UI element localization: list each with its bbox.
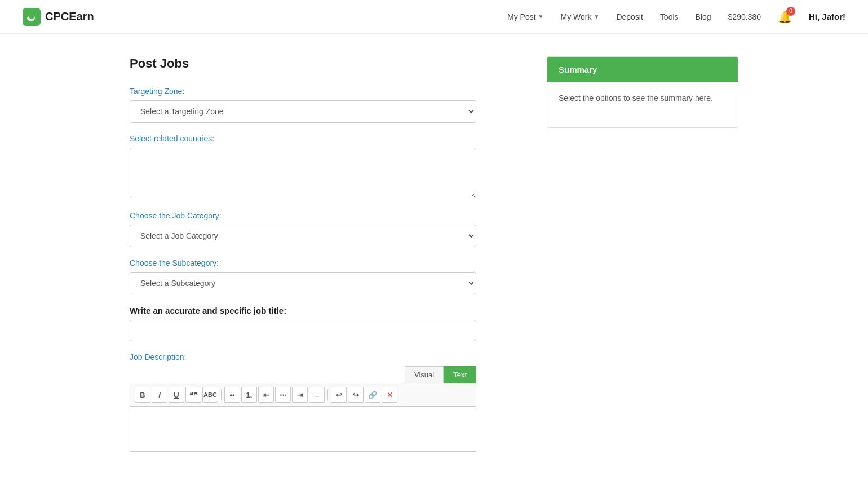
- nav-my-post[interactable]: My Post ▼: [507, 12, 543, 21]
- targeting-zone-select[interactable]: Select a Targeting Zone: [130, 100, 476, 123]
- targeting-zone-label: Targeting Zone:: [130, 87, 524, 96]
- job-title-label: Write an accurate and specific job title…: [130, 306, 524, 315]
- summary-body: Select the options to see the summary he…: [547, 82, 738, 127]
- my-post-chevron-icon: ▼: [538, 14, 544, 20]
- subcategory-label: Choose the Subcategory:: [130, 258, 524, 267]
- toolbar-ul[interactable]: ••: [224, 387, 240, 403]
- editor-toolbar: B I U ❝❞ ABC •• 1. ⇤ ⋯ ⇥ ≡ ↩ ↪ 🔗 ✕: [130, 383, 476, 407]
- subcategory-select[interactable]: Select a Subcategory: [130, 272, 476, 294]
- nav-my-post-label: My Post: [507, 12, 536, 21]
- editor-content[interactable]: [130, 407, 476, 452]
- logo[interactable]: CPCEarn: [23, 8, 94, 26]
- nav-my-work-label: My Work: [561, 12, 592, 21]
- toolbar-clear[interactable]: ✕: [382, 387, 397, 403]
- notification-bell[interactable]: 🔔 0: [778, 10, 792, 24]
- header: CPCEarn My Post ▼ My Work ▼ Deposit Tool…: [0, 0, 868, 34]
- toolbar-align-left[interactable]: ⇤: [258, 387, 274, 403]
- summary-header: Summary: [547, 57, 738, 82]
- tab-visual[interactable]: Visual: [405, 366, 444, 383]
- toolbar-bold[interactable]: B: [135, 387, 150, 403]
- toolbar-ol[interactable]: 1.: [241, 387, 257, 403]
- targeting-zone-group: Targeting Zone: Select a Targeting Zone: [130, 87, 524, 123]
- toolbar-separator-1: [221, 389, 222, 400]
- job-title-input[interactable]: [130, 320, 476, 341]
- toolbar-quote[interactable]: ❝❞: [185, 387, 201, 403]
- nav-tools[interactable]: Tools: [660, 12, 679, 21]
- toolbar-underline[interactable]: U: [169, 387, 184, 403]
- toolbar-redo[interactable]: ↪: [348, 387, 364, 403]
- toolbar-undo[interactable]: ↩: [331, 387, 347, 403]
- toolbar-align-center[interactable]: ⋯: [275, 387, 291, 403]
- toolbar-link[interactable]: 🔗: [365, 387, 380, 403]
- nav-my-work[interactable]: My Work ▼: [561, 12, 600, 21]
- main-nav: My Post ▼ My Work ▼ Deposit Tools Blog $…: [507, 10, 845, 24]
- job-category-select[interactable]: Select a Job Category: [130, 225, 476, 247]
- nav-deposit[interactable]: Deposit: [616, 12, 643, 21]
- job-category-label: Choose the Job Category:: [130, 211, 524, 220]
- job-description-group: Job Description: Visual Text B I U ❝❞ AB…: [130, 352, 524, 452]
- nav-tools-label: Tools: [660, 12, 679, 21]
- editor-wrapper: Visual Text B I U ❝❞ ABC •• 1. ⇤ ⋯ ⇥ ≡: [130, 366, 476, 452]
- logo-text: CPCEarn: [45, 10, 94, 23]
- subcategory-group: Choose the Subcategory: Select a Subcate…: [130, 258, 524, 294]
- user-greeting: Hi, Jafor!: [809, 12, 845, 21]
- job-category-group: Choose the Job Category: Select a Job Ca…: [130, 211, 524, 247]
- page-title: Post Jobs: [130, 56, 524, 71]
- toolbar-align-right[interactable]: ⇥: [292, 387, 308, 403]
- logo-icon: [23, 8, 41, 26]
- svg-point-1: [29, 15, 34, 19]
- main-container: Post Jobs Targeting Zone: Select a Targe…: [96, 34, 772, 485]
- balance-amount: $290.380: [728, 12, 761, 21]
- tab-text[interactable]: Text: [444, 366, 476, 383]
- related-countries-label: Select related countries:: [130, 134, 524, 143]
- toolbar-align-justify[interactable]: ≡: [309, 387, 325, 403]
- form-section: Post Jobs Targeting Zone: Select a Targe…: [130, 56, 524, 463]
- toolbar-separator-2: [327, 389, 328, 400]
- my-work-chevron-icon: ▼: [594, 14, 599, 20]
- related-countries-textarea[interactable]: [130, 148, 476, 198]
- nav-deposit-label: Deposit: [616, 12, 643, 21]
- notification-badge: 0: [786, 7, 795, 16]
- summary-box: Summary Select the options to see the su…: [547, 56, 738, 128]
- nav-balance: $290.380: [728, 12, 761, 21]
- job-title-group: Write an accurate and specific job title…: [130, 306, 524, 341]
- toolbar-italic[interactable]: I: [152, 387, 167, 403]
- nav-blog-label: Blog: [696, 12, 711, 21]
- nav-blog[interactable]: Blog: [696, 12, 711, 21]
- related-countries-group: Select related countries:: [130, 134, 524, 200]
- sidebar-section: Summary Select the options to see the su…: [547, 56, 738, 463]
- toolbar-strikethrough[interactable]: ABC: [202, 387, 218, 403]
- job-description-label: Job Description:: [130, 352, 524, 361]
- editor-tab-row: Visual Text: [130, 366, 476, 383]
